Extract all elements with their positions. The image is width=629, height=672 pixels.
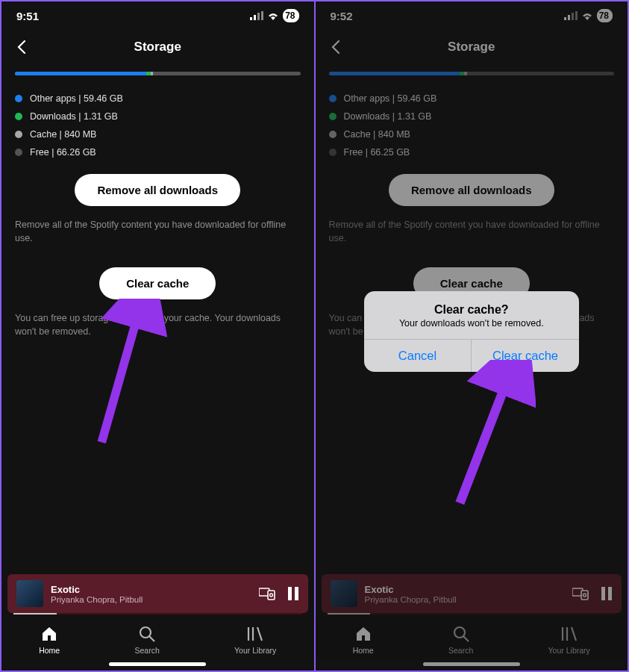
battery-icon: 78 xyxy=(283,9,298,22)
legend-item: Free | 66.26 GB xyxy=(15,147,301,158)
svg-rect-1 xyxy=(254,15,256,20)
svg-rect-18 xyxy=(575,11,578,20)
annotation-arrow xyxy=(446,360,536,509)
signal-icon xyxy=(250,11,263,20)
legend-item: Other apps | 59.46 GB xyxy=(15,93,301,104)
status-time: 9:52 xyxy=(331,10,353,22)
phone-right: 9:52 78 Storage Other apps | 59.46 GB Do… xyxy=(316,1,628,671)
dialog-confirm-button[interactable]: Clear cache xyxy=(471,340,579,372)
storage-bar xyxy=(15,72,301,75)
track-title: Exotic xyxy=(51,584,251,595)
svg-line-13 xyxy=(257,627,262,641)
svg-rect-8 xyxy=(295,587,298,600)
wifi-icon xyxy=(581,11,593,20)
legend-item: Downloads | 1.31 GB xyxy=(329,111,615,122)
dialog-message: Your downloads won't be removed. xyxy=(378,318,566,329)
now-playing-bar[interactable]: Exotic Priyanka Chopra, Pitbull xyxy=(7,574,308,613)
devices-icon[interactable] xyxy=(572,587,589,600)
remove-downloads-button[interactable]: Remove all downloads xyxy=(389,174,554,206)
tab-search[interactable]: Search xyxy=(134,625,159,655)
phone-left: 9:51 78 Storage Other apps | 59.46 GB Do… xyxy=(1,1,314,671)
tab-home[interactable]: Home xyxy=(353,625,374,655)
wifi-icon xyxy=(267,11,279,20)
album-art xyxy=(331,580,357,607)
remove-help-text: Remove all of the Spotify content you ha… xyxy=(329,218,615,245)
svg-point-24 xyxy=(454,627,465,638)
alert-dialog: Clear cache? Your downloads won't be rem… xyxy=(316,291,628,372)
svg-line-29 xyxy=(460,377,508,503)
page-title: Storage xyxy=(316,40,628,55)
svg-rect-16 xyxy=(568,15,570,20)
svg-line-28 xyxy=(572,627,576,641)
svg-rect-7 xyxy=(288,587,292,600)
svg-rect-2 xyxy=(257,13,260,20)
page-title: Storage xyxy=(1,40,314,55)
album-art xyxy=(16,580,43,607)
status-bar: 9:51 78 xyxy=(1,1,314,27)
svg-point-9 xyxy=(140,627,151,638)
legend-item: Free | 66.25 GB xyxy=(329,147,615,158)
storage-legend: Other apps | 59.46 GB Downloads | 1.31 G… xyxy=(15,93,301,158)
svg-rect-20 xyxy=(581,591,588,600)
library-icon xyxy=(560,625,578,643)
svg-rect-22 xyxy=(601,587,605,600)
header: Storage xyxy=(316,27,628,72)
library-icon xyxy=(246,625,264,643)
legend-item: Downloads | 1.31 GB xyxy=(15,111,301,122)
home-indicator[interactable] xyxy=(423,662,520,666)
search-icon xyxy=(138,625,156,643)
svg-rect-19 xyxy=(572,588,583,596)
tab-bar: Home Search Your Library xyxy=(1,617,314,658)
tab-search[interactable]: Search xyxy=(448,625,473,655)
svg-rect-17 xyxy=(572,13,574,20)
svg-rect-15 xyxy=(564,17,566,20)
tab-library[interactable]: Your Library xyxy=(548,625,590,655)
legend-item: Cache | 840 MB xyxy=(15,129,301,140)
clear-cache-button[interactable]: Clear cache xyxy=(99,267,216,299)
status-time: 9:51 xyxy=(16,10,39,22)
dialog-cancel-button[interactable]: Cancel xyxy=(364,340,472,372)
pause-icon[interactable] xyxy=(287,587,299,600)
dialog-title: Clear cache? xyxy=(378,303,566,317)
svg-rect-0 xyxy=(250,17,252,20)
remove-help-text: Remove all of the Spotify content you ha… xyxy=(15,218,301,245)
svg-line-10 xyxy=(149,636,154,641)
svg-rect-23 xyxy=(608,587,612,600)
battery-icon: 78 xyxy=(597,9,613,22)
now-playing-bar[interactable]: Exotic Priyanka Chopra, Pitbull xyxy=(322,574,622,613)
track-title: Exotic xyxy=(365,584,566,595)
home-icon xyxy=(40,625,58,643)
storage-bar xyxy=(329,72,615,75)
svg-point-21 xyxy=(583,594,586,597)
pause-icon[interactable] xyxy=(601,587,613,600)
devices-icon[interactable] xyxy=(259,587,275,600)
track-artist: Priyanka Chopra, Pitbull xyxy=(51,595,251,604)
home-icon xyxy=(354,625,372,643)
svg-rect-3 xyxy=(261,11,263,20)
back-button[interactable] xyxy=(326,37,345,57)
tab-home[interactable]: Home xyxy=(39,625,60,655)
track-artist: Priyanka Chopra, Pitbull xyxy=(365,595,566,604)
remove-downloads-button[interactable]: Remove all downloads xyxy=(75,174,240,206)
home-indicator[interactable] xyxy=(109,662,206,666)
header: Storage xyxy=(1,27,314,72)
search-icon xyxy=(452,625,470,643)
legend-item: Other apps | 59.46 GB xyxy=(329,93,615,104)
storage-legend: Other apps | 59.46 GB Downloads | 1.31 G… xyxy=(329,93,615,158)
tab-bar: Home Search Your Library xyxy=(316,617,628,658)
svg-line-25 xyxy=(463,636,469,641)
signal-icon xyxy=(564,11,578,20)
status-bar: 9:52 78 xyxy=(316,1,628,27)
tab-library[interactable]: Your Library xyxy=(234,625,276,655)
svg-rect-5 xyxy=(268,591,275,600)
legend-item: Cache | 840 MB xyxy=(329,129,615,140)
clear-help-text: You can free up storage by clearing your… xyxy=(15,311,301,338)
